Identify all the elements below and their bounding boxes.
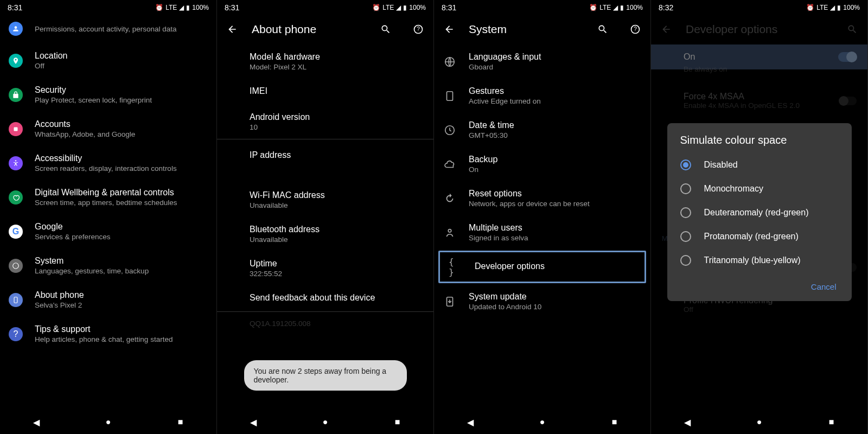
nav-recent[interactable]: ■ [826,416,838,428]
svg-point-11 [448,229,451,232]
cancel-button[interactable]: Cancel [805,277,843,297]
radio-icon [680,255,691,266]
item-title: Accounts [35,119,208,129]
model-item[interactable]: Model & hardware Model: Pixel 2 XL [217,44,433,79]
update-icon [443,295,457,309]
backup-item[interactable]: Backup On [434,147,650,181]
phone-icon [9,293,23,307]
radio-option-tritanomaly[interactable]: Tritanomaly (blue-yellow) [667,248,852,272]
nav-back[interactable]: ◀ [681,416,693,428]
security-item[interactable]: Security Play Protect, screen lock, fing… [0,78,216,112]
accounts-item[interactable]: Accounts WhatsApp, Adobe, and Google [0,112,216,146]
nav-bar: ◀ ● ■ [434,410,650,434]
nav-home[interactable]: ● [320,416,331,428]
gesture-icon [443,89,457,103]
languages-item[interactable]: Languages & input Gboard [434,44,650,79]
dialog-overlay[interactable]: Simulate colour space Disabled Monochrom… [651,14,867,410]
item-title: Wi-Fi MAC address [250,190,425,200]
help-button[interactable]: ? [629,23,642,36]
battery-pct: 100% [192,4,209,11]
nav-home[interactable]: ● [103,416,114,428]
nav-bar: ◀ ● ■ [217,410,433,434]
item-sub: On [469,165,642,174]
ip-item[interactable]: IP address [217,139,433,183]
users-icon [443,226,457,240]
uptime-item[interactable]: Uptime 322:55:52 [217,251,433,285]
nav-back[interactable]: ◀ [464,416,476,428]
item-title: Backup [469,155,642,164]
nav-bar: ◀ ● ■ [0,410,216,434]
search-button[interactable] [596,23,609,36]
item-sub: 322:55:52 [250,270,425,278]
tips-item[interactable]: ? Tips & support Help articles, phone & … [0,317,216,351]
nav-recent[interactable]: ■ [609,416,621,428]
signal-icon: ◢ [830,4,835,11]
help-button[interactable]: ? [412,23,425,36]
radio-option-monochromacy[interactable]: Monochromacy [667,177,852,201]
alarm-icon: ⏰ [806,4,814,11]
nav-recent[interactable]: ■ [392,416,404,428]
back-button[interactable] [443,23,456,36]
item-sub: WhatsApp, Adobe, and Google [35,130,208,138]
person-icon [9,22,23,36]
signal-icon: ◢ [396,4,401,11]
location-item[interactable]: Location Off [0,43,216,78]
radio-label: Disabled [704,160,738,170]
build-item[interactable]: QQ1A.191205.008 [217,312,433,335]
google-icon: G [9,225,23,239]
item-sub: Off [35,62,208,70]
status-bar: 8:32 ⏰ LTE ◢ ▮ 100% [651,0,867,14]
radio-option-disabled[interactable]: Disabled [667,153,852,177]
back-button[interactable] [226,23,239,36]
search-button[interactable] [379,23,392,36]
nav-home[interactable]: ● [754,416,765,428]
reset-item[interactable]: Reset options Network, apps or device ca… [434,181,650,215]
bt-addr-item[interactable]: Bluetooth address Unavailable [217,217,433,251]
item-title: Tips & support [35,324,208,334]
location-icon [9,54,23,68]
battery-icon: ▮ [186,4,190,11]
item-title: Developer options [475,261,636,271]
nav-back[interactable]: ◀ [30,416,42,428]
battery-pct: 100% [843,4,860,11]
about-phone-item[interactable]: About phone Selva's Pixel 2 [0,283,216,317]
page-title: About phone [252,23,360,36]
nav-home[interactable]: ● [537,416,548,428]
lte-label: LTE [816,4,828,11]
item-title: Security [35,85,208,95]
users-item[interactable]: Multiple users Signed in as selva [434,215,650,250]
item-title: Accessibility [35,154,208,163]
radio-icon [680,183,691,194]
system-item[interactable]: System Languages, gestures, time, backup [0,248,216,283]
item-sub: Unavailable [250,235,425,244]
item-title: IMEI [250,86,425,96]
system-update-item[interactable]: System update Updated to Android 10 [434,284,650,318]
item-title: Gestures [469,86,642,96]
imei-item[interactable]: IMEI [217,79,433,105]
wifi-mac-item[interactable]: Wi-Fi MAC address Unavailable [217,183,433,217]
nav-bar: ◀ ● ■ [651,410,867,434]
developer-options-item[interactable]: { } Developer options [438,251,646,283]
globe-icon [443,55,457,69]
privacy-item[interactable]: Permissions, account activity, personal … [0,14,216,43]
nav-back[interactable]: ◀ [247,416,259,428]
android-version-item[interactable]: Android version 10 [217,105,433,139]
gestures-item[interactable]: Gestures Active Edge turned on [434,79,650,113]
feedback-item[interactable]: Send feedback about this device [217,285,433,311]
radio-option-protanomaly[interactable]: Protanomaly (red-green) [667,225,852,248]
alarm-icon: ⏰ [589,4,597,11]
status-bar: 8:31 ⏰ LTE ◢ ▮ 100% [0,0,216,14]
nav-recent[interactable]: ■ [175,416,187,428]
wellbeing-item[interactable]: Digital Wellbeing & parental controls Sc… [0,180,216,214]
status-bar: 8:31 ⏰ LTE ◢ ▮ 100% [217,0,433,14]
lte-label: LTE [382,4,394,11]
datetime-item[interactable]: Date & time GMT+05:30 [434,113,650,147]
accessibility-item[interactable]: Accessibility Screen readers, display, i… [0,146,216,180]
item-sub: Screen time, app timers, bedtime schedul… [35,199,208,207]
item-sub: Services & preferences [35,233,208,241]
item-sub: Selva's Pixel 2 [35,301,208,309]
radio-option-deuteranomaly[interactable]: Deuteranomaly (red-green) [667,201,852,225]
google-item[interactable]: G Google Services & preferences [0,214,216,248]
about-phone-panel: 8:31 ⏰ LTE ◢ ▮ 100% About phone ? Model … [217,0,434,434]
item-title: Multiple users [469,223,642,233]
